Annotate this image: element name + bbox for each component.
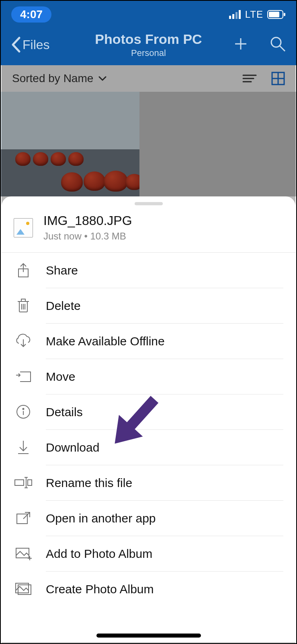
svg-rect-0 [229, 16, 231, 19]
menu-item-share[interactable]: Share [2, 252, 295, 288]
menu-label: Rename this file [46, 465, 283, 500]
svg-point-28 [23, 409, 24, 410]
info-icon [14, 405, 33, 419]
menu-item-rename[interactable]: Rename this file [2, 465, 295, 500]
signal-icon [229, 10, 241, 19]
svg-line-10 [280, 46, 285, 51]
trash-icon [14, 297, 33, 314]
svg-rect-31 [15, 480, 24, 485]
svg-rect-3 [239, 10, 241, 19]
open-external-icon [14, 511, 33, 525]
svg-rect-24 [21, 299, 25, 301]
menu-item-offline[interactable]: Make Available Offline [2, 323, 295, 359]
svg-point-9 [271, 37, 281, 47]
menu-label: Add to Photo Album [46, 536, 283, 571]
add-button[interactable] [233, 36, 249, 54]
menu-item-add-album[interactable]: Add to Photo Album [2, 536, 295, 571]
share-icon [14, 262, 33, 279]
svg-rect-34 [17, 514, 27, 524]
svg-rect-5 [269, 12, 279, 17]
menu-label: Delete [46, 288, 283, 323]
menu-label: Share [46, 253, 283, 288]
menu-label: Make Available Offline [46, 323, 283, 359]
menu-item-open-in[interactable]: Open in another app [2, 500, 295, 536]
back-label: Files [23, 37, 50, 52]
svg-marker-41 [103, 388, 166, 454]
move-folder-icon [14, 369, 33, 383]
network-label: LTE [245, 9, 263, 20]
menu-label: Create Photo Album [46, 571, 283, 607]
album-icon [14, 582, 33, 596]
svg-line-35 [23, 512, 30, 519]
clock: 4:07 [11, 6, 51, 23]
svg-rect-6 [284, 13, 285, 16]
cloud-download-icon [14, 334, 33, 348]
status-bar: 4:07 LTE [1, 1, 296, 24]
file-header: IMG_1880.JPG Just now • 10.3 MB [2, 209, 295, 252]
svg-rect-1 [232, 14, 234, 19]
back-button[interactable]: Files [10, 36, 50, 53]
file-meta: Just now • 10.3 MB [43, 231, 132, 242]
download-icon [14, 439, 33, 455]
battery-icon [267, 10, 286, 19]
image-file-icon [14, 218, 33, 237]
svg-rect-33 [28, 480, 32, 485]
annotation-arrow-icon [97, 382, 174, 460]
app-header: 4:07 LTE Files Photos From PC Personal [1, 1, 296, 65]
menu-item-delete[interactable]: Delete [2, 288, 295, 323]
add-album-icon [14, 547, 33, 560]
sheet-grabber[interactable] [135, 202, 163, 205]
nav-bar: Files Photos From PC Personal [1, 24, 296, 65]
svg-rect-2 [236, 12, 238, 19]
home-indicator[interactable] [96, 634, 201, 638]
search-button[interactable] [269, 35, 287, 54]
rename-icon [14, 477, 33, 489]
file-name: IMG_1880.JPG [43, 213, 132, 228]
menu-label: Open in another app [46, 500, 283, 536]
menu-item-create-album[interactable]: Create Photo Album [2, 571, 295, 607]
